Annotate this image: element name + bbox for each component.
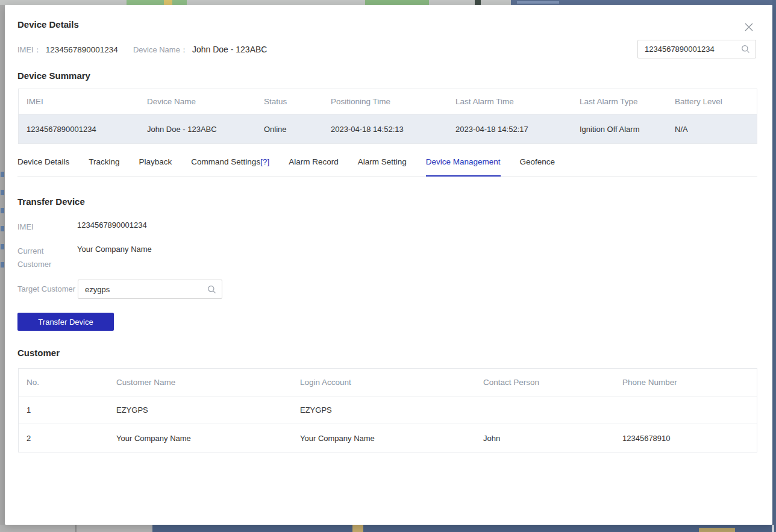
map-green-patch xyxy=(127,0,187,5)
tab-device-details[interactable]: Device Details xyxy=(17,157,69,177)
customer-name-cell: Your Company Name xyxy=(108,434,292,443)
imei-cell: 1234567890001234 xyxy=(19,125,139,134)
link-text-fragment xyxy=(1,208,4,213)
close-icon[interactable] xyxy=(743,22,754,33)
map-tan-patch xyxy=(164,0,172,5)
column-header: Last Alarm Time xyxy=(448,97,572,106)
login-account-cell: Your Company Name xyxy=(292,434,475,443)
no-cell: 2 xyxy=(19,434,108,443)
device-search-input[interactable] xyxy=(638,45,741,54)
column-header: Login Account xyxy=(292,378,475,387)
device-name-label: Device Name： xyxy=(133,45,188,55)
current-customer-value: Your Company Name xyxy=(77,245,152,254)
transfer-device-button[interactable]: Transfer Device xyxy=(17,313,114,331)
tab-label: Geofence xyxy=(520,157,555,166)
imei-label: IMEI： xyxy=(17,45,42,55)
link-text-fragment xyxy=(1,262,4,268)
map-label-fragment xyxy=(517,1,559,4)
last-alarm-time-cell: 2023-04-18 14:52:17 xyxy=(448,125,572,134)
tab-geofence[interactable]: Geofence xyxy=(520,157,555,177)
last-alarm-type-cell: Ignition Off Alarm xyxy=(572,125,667,134)
dimmed-page-edge-left xyxy=(0,5,5,525)
column-header: Status xyxy=(256,97,323,106)
device-name-cell: John Doe - 123ABC xyxy=(139,125,256,134)
search-icon[interactable] xyxy=(207,285,216,294)
battery-level-cell: N/A xyxy=(667,125,757,134)
map-dark-marker xyxy=(475,0,481,5)
status-cell: Online xyxy=(256,125,323,134)
target-customer-search-box xyxy=(78,280,222,299)
tab-tracking[interactable]: Tracking xyxy=(89,157,119,177)
customer-name-cell: EZYGPS xyxy=(108,405,292,415)
device-summary-heading: Device Summary xyxy=(17,70,90,81)
column-header: Last Alarm Type xyxy=(572,97,667,106)
customer-row[interactable]: 2 Your Company Name Your Company Name Jo… xyxy=(19,424,757,452)
target-customer-label: Target Customer xyxy=(17,283,78,296)
device-summary-table: IMEI Device Name Status Positioning Time… xyxy=(18,89,757,144)
transfer-imei-label: IMEI xyxy=(17,221,78,234)
customer-heading: Customer xyxy=(17,348,60,358)
tab-label: Playback xyxy=(139,157,172,166)
no-cell: 1 xyxy=(19,405,108,415)
help-hint[interactable]: [?] xyxy=(260,157,269,166)
map-green-patch xyxy=(365,0,429,5)
map-edge-right xyxy=(772,0,776,532)
modal-title: Device Details xyxy=(17,19,79,30)
tab-label: Alarm Setting xyxy=(358,157,407,166)
tab-alarm-record[interactable]: Alarm Record xyxy=(289,157,339,177)
map-edge-top xyxy=(0,0,776,5)
customer-row[interactable]: 1 EZYGPS EZYGPS xyxy=(19,396,757,424)
link-text-fragment xyxy=(1,172,4,177)
detail-tabs: Device Details Tracking Playback Command… xyxy=(17,157,757,177)
tab-device-management[interactable]: Device Management xyxy=(426,157,501,177)
device-summary-row[interactable]: 1234567890001234 John Doe - 123ABC Onlin… xyxy=(19,114,757,143)
column-header: No. xyxy=(19,378,108,387)
phone-number-cell: 12345678910 xyxy=(615,434,757,443)
column-header: Battery Level xyxy=(667,97,757,106)
map-edge-bottom xyxy=(0,525,776,532)
device-details-modal: Device Details IMEI： 1234567890001234 De… xyxy=(5,5,772,525)
map-tan-patch xyxy=(352,525,363,532)
current-customer-label: Current Customer xyxy=(17,245,78,271)
column-header: Device Name xyxy=(139,97,256,106)
tab-label: Tracking xyxy=(89,157,119,166)
tab-alarm-setting[interactable]: Alarm Setting xyxy=(358,157,407,177)
link-text-fragment xyxy=(1,226,4,231)
tab-label: Command Settings xyxy=(191,157,260,166)
positioning-time-cell: 2023-04-18 14:52:13 xyxy=(323,125,448,134)
column-header: IMEI xyxy=(19,97,139,106)
column-header: Contact Person xyxy=(475,378,615,387)
summary-header-row: IMEI Device Name Status Positioning Time… xyxy=(19,89,757,114)
tab-playback[interactable]: Playback xyxy=(139,157,172,177)
contact-person-cell: John xyxy=(475,434,615,443)
device-search-box xyxy=(637,40,756,58)
map-tan-patch xyxy=(699,528,735,532)
column-header: Phone Number xyxy=(615,378,757,387)
device-identity-row: IMEI： 1234567890001234 Device Name： John… xyxy=(17,45,267,55)
panel-divider-fragment xyxy=(75,525,77,532)
customer-table: No. Customer Name Login Account Contact … xyxy=(18,368,757,452)
tab-command-settings[interactable]: Command Settings[?] xyxy=(191,157,269,177)
tab-label: Alarm Record xyxy=(289,157,339,166)
column-header: Positioning Time xyxy=(323,97,448,106)
link-text-fragment xyxy=(1,244,4,249)
device-name-value: John Doe - 123ABC xyxy=(192,45,268,54)
search-icon[interactable] xyxy=(741,45,750,54)
column-header: Customer Name xyxy=(108,378,292,387)
target-customer-input[interactable] xyxy=(78,285,207,294)
transfer-imei-value: 1234567890001234 xyxy=(77,221,147,230)
map-scrollbar-fragment xyxy=(772,525,774,532)
customer-header-row: No. Customer Name Login Account Contact … xyxy=(19,369,757,396)
imei-value: 1234567890001234 xyxy=(46,45,118,54)
transfer-device-heading: Transfer Device xyxy=(17,196,85,207)
tab-label: Device Management xyxy=(426,157,501,166)
tab-label: Device Details xyxy=(17,157,69,166)
link-text-fragment xyxy=(1,190,4,195)
login-account-cell: EZYGPS xyxy=(292,405,475,415)
